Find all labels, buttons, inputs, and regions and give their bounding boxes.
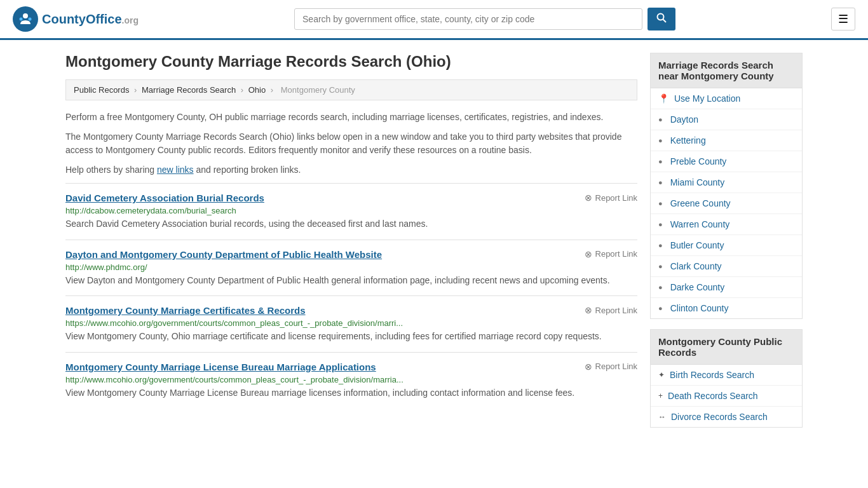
result-header: Montgomery County Marriage Certificates … [65, 305, 637, 318]
nearby-section: Marriage Records Search near Montgomery … [650, 53, 803, 319]
nearby-link-label: Preble County [670, 156, 727, 166]
nearby-list-item[interactable]: ●Warren County [651, 214, 802, 235]
result-item: Montgomery County Marriage License Burea… [65, 352, 637, 409]
header-right: ☰ [831, 8, 855, 30]
nearby-link-label: Clinton County [670, 303, 729, 313]
new-links-link[interactable]: new links [157, 165, 194, 175]
result-url[interactable]: http://www.mcohio.org/government/courts/… [65, 375, 637, 384]
nearby-list-item[interactable]: ●Clinton County [651, 298, 802, 318]
public-records-list-item[interactable]: ↔Divorce Records Search [651, 407, 802, 427]
public-records-list-item[interactable]: ✦Birth Records Search [651, 365, 802, 386]
desc3-suffix: and reporting broken links. [194, 165, 301, 175]
result-title[interactable]: Montgomery County Marriage License Burea… [65, 362, 376, 372]
sidebar: Marriage Records Search near Montgomery … [650, 53, 803, 438]
public-records-header: Montgomery County Public Records [651, 330, 802, 365]
result-url[interactable]: https://www.mcohio.org/government/courts… [65, 318, 637, 328]
nearby-link-label: Miami County [670, 177, 725, 187]
nearby-link[interactable]: ●Butler County [651, 235, 802, 255]
report-link[interactable]: ⊗ Report Link [585, 305, 637, 315]
report-link[interactable]: ⊗ Report Link [585, 362, 637, 372]
nearby-list-item[interactable]: ●Clark County [651, 256, 802, 277]
result-header: Montgomery County Marriage License Burea… [65, 362, 637, 375]
svg-point-1 [23, 13, 28, 18]
nearby-link[interactable]: ●Warren County [651, 214, 802, 234]
report-label: Report Link [595, 306, 637, 315]
search-input[interactable] [294, 8, 642, 30]
nearby-list-item[interactable]: ●Greene County [651, 193, 802, 214]
nearby-link[interactable]: ●Greene County [651, 193, 802, 214]
public-records-link[interactable]: ↔Divorce Records Search [651, 407, 802, 427]
breadcrumb-public-records[interactable]: Public Records [74, 85, 129, 95]
nearby-list-item[interactable]: ●Darke County [651, 277, 802, 298]
page-title: Montgomery County Marriage Records Searc… [65, 53, 637, 71]
nearby-link[interactable]: ●Kettering [651, 130, 802, 151]
public-records-link[interactable]: +Death Records Search [651, 386, 802, 406]
logo-text[interactable]: CountyOffice.org [42, 12, 139, 27]
nearby-link[interactable]: ●Clinton County [651, 298, 802, 318]
report-link[interactable]: ⊗ Report Link [585, 249, 637, 259]
result-title[interactable]: Dayton and Montgomery County Department … [65, 249, 382, 260]
nearby-link-label: Dayton [670, 114, 698, 125]
public-records-section: Montgomery County Public Records ✦Birth … [650, 329, 803, 428]
logo-area: CountyOffice.org [13, 6, 139, 32]
nearby-link-label: Kettering [670, 135, 706, 146]
nearby-link-label: Clark County [670, 261, 722, 271]
nearby-link-label: Darke County [670, 282, 725, 292]
report-label: Report Link [595, 193, 637, 203]
description-3: Help others by sharing new links and rep… [65, 163, 637, 177]
main-container: Montgomery County Marriage Records Searc… [53, 40, 815, 451]
search-button[interactable] [648, 8, 675, 30]
public-records-link[interactable]: ✦Birth Records Search [651, 365, 802, 385]
result-description: View Dayton and Montgomery County Depart… [65, 274, 637, 287]
nearby-link[interactable]: ●Darke County [651, 277, 802, 297]
svg-point-3 [29, 18, 32, 21]
report-link[interactable]: ⊗ Report Link [585, 193, 637, 203]
result-title[interactable]: Montgomery County Marriage Certificates … [65, 305, 306, 316]
report-icon: ⊗ [585, 249, 592, 259]
result-header: David Cemetery Association Burial Record… [65, 193, 637, 206]
use-location-link[interactable]: 📍 Use My Location [651, 88, 802, 109]
result-item: David Cemetery Association Burial Record… [65, 183, 637, 240]
svg-point-4 [658, 14, 664, 20]
public-records-list: ✦Birth Records Search+Death Records Sear… [651, 365, 802, 427]
menu-button[interactable]: ☰ [831, 8, 855, 30]
logo-org: .org [122, 15, 139, 25]
nearby-link[interactable]: ●Miami County [651, 172, 802, 193]
description-1: Perform a free Montgomery County, OH pub… [65, 111, 637, 124]
header: CountyOffice.org ☰ [0, 0, 868, 40]
records-icon: ✦ [658, 370, 665, 379]
result-description: View Montgomery County, Ohio marriage ce… [65, 330, 637, 343]
description-2: The Montgomery County Marriage Records S… [65, 130, 637, 157]
result-url[interactable]: http://www.phdmc.org/ [65, 262, 637, 272]
nearby-list-item[interactable]: ●Kettering [651, 130, 802, 151]
nearby-list: 📍 Use My Location ●Dayton●Kettering●Preb… [651, 88, 802, 318]
report-icon: ⊗ [585, 193, 592, 203]
logo-office: Office [86, 12, 122, 26]
result-description: Search David Cemetery Association burial… [65, 218, 637, 231]
nearby-link-label: Butler County [670, 240, 724, 250]
content-area: Montgomery County Marriage Records Searc… [65, 53, 637, 438]
breadcrumb-ohio[interactable]: Ohio [248, 85, 266, 95]
result-description: View Montgomery County Marriage License … [65, 387, 637, 400]
desc3-prefix: Help others by sharing [65, 165, 157, 175]
nearby-link[interactable]: ●Clark County [651, 256, 802, 276]
logo-icon [13, 6, 38, 32]
nearby-link[interactable]: ●Dayton [651, 109, 802, 130]
result-url[interactable]: http://dcabow.cemeterydata.com/burial_se… [65, 206, 637, 215]
nearby-link[interactable]: ●Preble County [651, 151, 802, 172]
nearby-list-item[interactable]: ●Preble County [651, 151, 802, 172]
svg-line-5 [663, 20, 667, 23]
breadcrumb-marriage[interactable]: Marriage Records Search [142, 85, 236, 95]
use-location-item[interactable]: 📍 Use My Location [651, 88, 802, 109]
logo-county: County [42, 12, 86, 26]
report-icon: ⊗ [585, 305, 592, 315]
svg-point-2 [20, 18, 23, 21]
result-title[interactable]: David Cemetery Association Burial Record… [65, 193, 264, 203]
result-item: Montgomery County Marriage Certificates … [65, 295, 637, 352]
public-records-link-label: Divorce Records Search [671, 412, 768, 422]
nearby-list-item[interactable]: ●Butler County [651, 235, 802, 256]
nearby-list-item[interactable]: ●Miami County [651, 172, 802, 193]
public-records-link-label: Birth Records Search [670, 370, 754, 380]
nearby-list-item[interactable]: ●Dayton [651, 109, 802, 130]
public-records-list-item[interactable]: +Death Records Search [651, 386, 802, 407]
